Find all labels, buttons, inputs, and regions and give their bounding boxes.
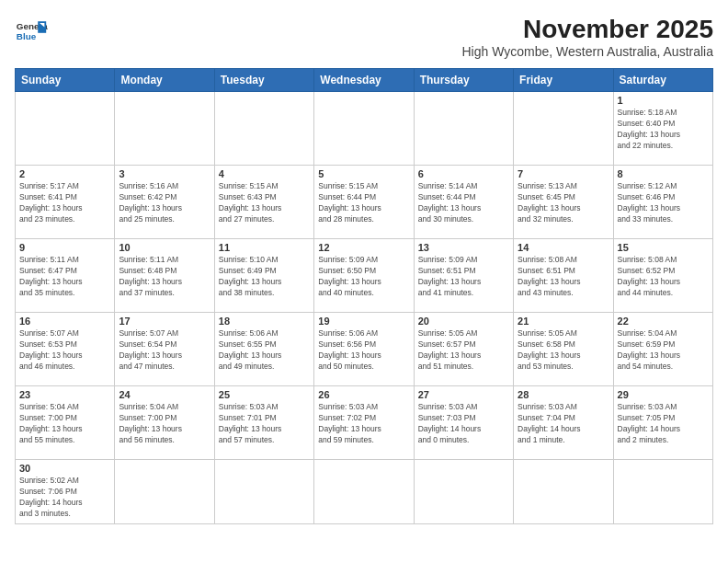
calendar-week-row: 9Sunrise: 5:11 AMSunset: 6:47 PMDaylight… (16, 239, 713, 313)
day-number: 22 (618, 316, 709, 327)
day-number: 21 (518, 316, 609, 327)
calendar-cell: 5Sunrise: 5:15 AMSunset: 6:44 PMDaylight… (314, 166, 414, 239)
calendar-cell: 4Sunrise: 5:15 AMSunset: 6:43 PMDaylight… (214, 166, 313, 239)
day-info: Sunrise: 5:17 AMSunset: 6:41 PMDaylight:… (19, 181, 110, 225)
day-number: 8 (618, 168, 709, 179)
calendar-cell (16, 92, 115, 166)
calendar-week-row: 2Sunrise: 5:17 AMSunset: 6:41 PMDaylight… (16, 166, 713, 239)
calendar-cell: 24Sunrise: 5:04 AMSunset: 7:00 PMDayligh… (115, 386, 214, 460)
day-number: 9 (19, 242, 110, 253)
day-number: 6 (418, 168, 509, 179)
day-number: 17 (119, 316, 210, 327)
weekday-header: Wednesday (314, 69, 414, 92)
calendar-cell: 26Sunrise: 5:03 AMSunset: 7:02 PMDayligh… (314, 386, 414, 460)
day-info: Sunrise: 5:04 AMSunset: 7:00 PMDaylight:… (19, 402, 110, 446)
day-number: 30 (19, 463, 110, 474)
calendar-cell: 1Sunrise: 5:18 AMSunset: 6:40 PMDaylight… (613, 92, 712, 166)
day-number: 16 (19, 316, 110, 327)
day-number: 12 (318, 242, 409, 253)
day-info: Sunrise: 5:05 AMSunset: 6:57 PMDaylight:… (418, 328, 509, 373)
day-number: 25 (219, 389, 310, 400)
calendar-cell: 20Sunrise: 5:05 AMSunset: 6:57 PMDayligh… (414, 313, 513, 386)
calendar-cell: 6Sunrise: 5:14 AMSunset: 6:44 PMDaylight… (414, 166, 513, 239)
day-info: Sunrise: 5:05 AMSunset: 6:58 PMDaylight:… (518, 328, 609, 373)
day-info: Sunrise: 5:14 AMSunset: 6:44 PMDaylight:… (418, 181, 509, 225)
page-subtitle: High Wycombe, Western Australia, Austral… (461, 44, 713, 59)
day-number: 19 (318, 316, 409, 327)
logo: General Blue (15, 15, 48, 48)
day-info: Sunrise: 5:18 AMSunset: 6:40 PMDaylight:… (618, 108, 709, 152)
calendar-week-row: 30Sunrise: 5:02 AMSunset: 7:06 PMDayligh… (16, 460, 713, 524)
day-info: Sunrise: 5:15 AMSunset: 6:43 PMDaylight:… (219, 181, 310, 225)
day-info: Sunrise: 5:03 AMSunset: 7:01 PMDaylight:… (219, 402, 310, 446)
day-info: Sunrise: 5:08 AMSunset: 6:52 PMDaylight:… (618, 255, 709, 299)
page-title: November 2025 (461, 15, 713, 44)
calendar-cell: 30Sunrise: 5:02 AMSunset: 7:06 PMDayligh… (16, 460, 115, 524)
calendar-cell: 22Sunrise: 5:04 AMSunset: 6:59 PMDayligh… (613, 313, 712, 386)
calendar-cell (414, 460, 513, 524)
svg-text:Blue: Blue (17, 31, 37, 41)
weekday-header-row: SundayMondayTuesdayWednesdayThursdayFrid… (16, 69, 713, 92)
day-number: 27 (418, 389, 509, 400)
calendar-table: SundayMondayTuesdayWednesdayThursdayFrid… (15, 68, 713, 524)
day-info: Sunrise: 5:07 AMSunset: 6:54 PMDaylight:… (119, 328, 210, 373)
day-info: Sunrise: 5:08 AMSunset: 6:51 PMDaylight:… (518, 255, 609, 299)
day-number: 1 (618, 95, 709, 106)
day-info: Sunrise: 5:15 AMSunset: 6:44 PMDaylight:… (318, 181, 409, 225)
calendar-cell (613, 460, 712, 524)
day-number: 15 (618, 242, 709, 253)
day-info: Sunrise: 5:07 AMSunset: 6:53 PMDaylight:… (19, 328, 110, 373)
calendar-cell: 7Sunrise: 5:13 AMSunset: 6:45 PMDaylight… (514, 166, 613, 239)
weekday-header: Thursday (414, 69, 513, 92)
weekday-header: Sunday (16, 69, 115, 92)
calendar-cell (115, 460, 214, 524)
day-info: Sunrise: 5:10 AMSunset: 6:49 PMDaylight:… (219, 255, 310, 299)
day-number: 11 (219, 242, 310, 253)
day-number: 5 (318, 168, 409, 179)
calendar-cell: 8Sunrise: 5:12 AMSunset: 6:46 PMDaylight… (613, 166, 712, 239)
day-number: 10 (119, 242, 210, 253)
day-number: 29 (618, 389, 709, 400)
day-info: Sunrise: 5:09 AMSunset: 6:51 PMDaylight:… (418, 255, 509, 299)
calendar-cell: 12Sunrise: 5:09 AMSunset: 6:50 PMDayligh… (314, 239, 414, 313)
calendar-cell: 16Sunrise: 5:07 AMSunset: 6:53 PMDayligh… (16, 313, 115, 386)
page-header: General Blue November 2025 High Wycombe,… (15, 15, 713, 59)
day-info: Sunrise: 5:03 AMSunset: 7:02 PMDaylight:… (318, 402, 409, 446)
weekday-header: Monday (115, 69, 214, 92)
day-number: 24 (119, 389, 210, 400)
calendar-cell: 23Sunrise: 5:04 AMSunset: 7:00 PMDayligh… (16, 386, 115, 460)
calendar-week-row: 16Sunrise: 5:07 AMSunset: 6:53 PMDayligh… (16, 313, 713, 386)
day-info: Sunrise: 5:02 AMSunset: 7:06 PMDaylight:… (19, 476, 110, 520)
calendar-cell: 9Sunrise: 5:11 AMSunset: 6:47 PMDaylight… (16, 239, 115, 313)
calendar-cell: 3Sunrise: 5:16 AMSunset: 6:42 PMDaylight… (115, 166, 214, 239)
calendar-week-row: 23Sunrise: 5:04 AMSunset: 7:00 PMDayligh… (16, 386, 713, 460)
day-info: Sunrise: 5:11 AMSunset: 6:47 PMDaylight:… (19, 255, 110, 299)
calendar-cell: 11Sunrise: 5:10 AMSunset: 6:49 PMDayligh… (214, 239, 313, 313)
day-number: 13 (418, 242, 509, 253)
calendar-cell: 17Sunrise: 5:07 AMSunset: 6:54 PMDayligh… (115, 313, 214, 386)
calendar-cell: 19Sunrise: 5:06 AMSunset: 6:56 PMDayligh… (314, 313, 414, 386)
calendar-cell: 10Sunrise: 5:11 AMSunset: 6:48 PMDayligh… (115, 239, 214, 313)
calendar-cell (414, 92, 513, 166)
calendar-cell: 28Sunrise: 5:03 AMSunset: 7:04 PMDayligh… (514, 386, 613, 460)
day-info: Sunrise: 5:04 AMSunset: 6:59 PMDaylight:… (618, 328, 709, 373)
calendar-cell: 18Sunrise: 5:06 AMSunset: 6:55 PMDayligh… (214, 313, 313, 386)
day-number: 26 (318, 389, 409, 400)
day-info: Sunrise: 5:03 AMSunset: 7:05 PMDaylight:… (618, 402, 709, 446)
day-info: Sunrise: 5:13 AMSunset: 6:45 PMDaylight:… (518, 181, 609, 225)
calendar-cell (214, 460, 313, 524)
calendar-cell (514, 92, 613, 166)
day-info: Sunrise: 5:03 AMSunset: 7:04 PMDaylight:… (518, 402, 609, 446)
day-number: 2 (19, 168, 110, 179)
calendar-cell: 25Sunrise: 5:03 AMSunset: 7:01 PMDayligh… (214, 386, 313, 460)
day-info: Sunrise: 5:12 AMSunset: 6:46 PMDaylight:… (618, 181, 709, 225)
calendar-cell: 21Sunrise: 5:05 AMSunset: 6:58 PMDayligh… (514, 313, 613, 386)
calendar-week-row: 1Sunrise: 5:18 AMSunset: 6:40 PMDaylight… (16, 92, 713, 166)
day-number: 28 (518, 389, 609, 400)
day-info: Sunrise: 5:03 AMSunset: 7:03 PMDaylight:… (418, 402, 509, 446)
weekday-header: Tuesday (214, 69, 313, 92)
day-info: Sunrise: 5:11 AMSunset: 6:48 PMDaylight:… (119, 255, 210, 299)
day-number: 20 (418, 316, 509, 327)
calendar-cell (115, 92, 214, 166)
title-area: November 2025 High Wycombe, Western Aust… (461, 15, 713, 59)
